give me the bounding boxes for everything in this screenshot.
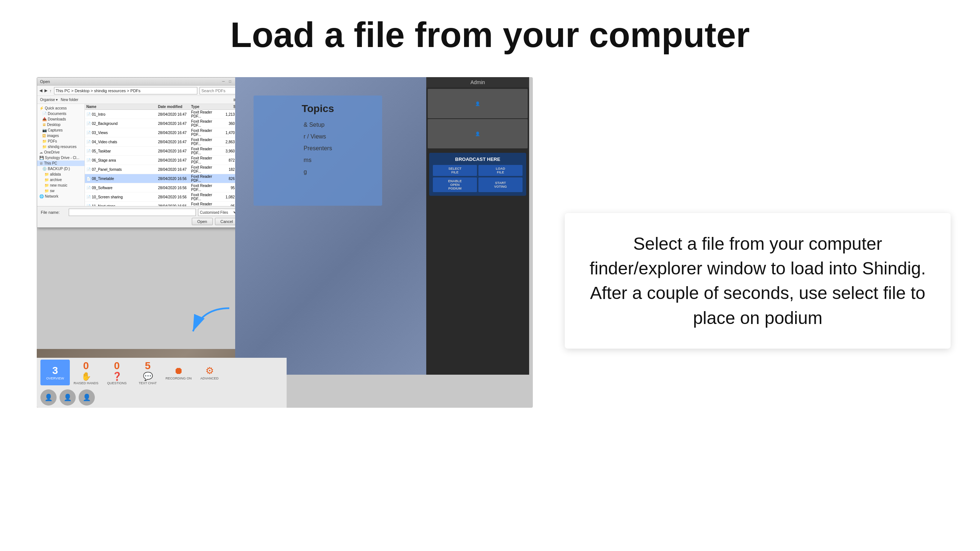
file-icon: 📄 <box>86 122 91 125</box>
sidebar-item-backup[interactable]: 💿BACKUP (D:) <box>37 166 84 171</box>
overview-section: 3 OVERVIEW 0 ✋ RAISED HANDS 0 ❓ QUESTION… <box>37 358 286 408</box>
file-icon: 📄 <box>86 113 91 116</box>
sidebar-item-images[interactable]: 🖼images <box>37 133 84 138</box>
file-row[interactable]: 📄 03_Views 28/04/2020 16:47 Foxit Reader… <box>85 128 242 137</box>
topics-title: Topics <box>302 103 334 114</box>
sidebar-item-synology[interactable]: 💾Synology Drive - Cl... <box>37 155 84 160</box>
sidebar-item-onedrive[interactable]: ☁OneDrive <box>37 149 84 155</box>
explorer-footer: File name: Customised Files Open Cancel <box>37 206 242 227</box>
file-type: Foxit Reader PDF... <box>191 165 221 173</box>
file-name: 03_Views <box>92 131 108 135</box>
file-row[interactable]: 📄 05_Taskbar 28/04/2020 16:47 Foxit Read… <box>85 146 242 156</box>
file-date: 28/04/2020 16:47 <box>158 149 191 153</box>
file-row[interactable]: 📄 06_Stage area 28/04/2020 16:47 Foxit R… <box>85 156 242 165</box>
sidebar-item-downloads[interactable]: 📥Downloads <box>37 116 84 122</box>
file-rows-container: 📄 01_Intro 28/04/2020 16:47 Foxit Reader… <box>85 110 242 214</box>
col-type-header[interactable]: Type <box>191 105 221 109</box>
footer-buttons: Open Cancel <box>41 218 239 225</box>
stat-overview[interactable]: 3 OVERVIEW <box>40 360 70 385</box>
topic-item: g <box>304 166 332 178</box>
file-type: Foxit Reader PDF... <box>191 156 221 164</box>
main-area: Open ─ □ ✕ ◀ ▶ ↑ This PC > Desktop > shi… <box>0 66 980 544</box>
file-type: Foxit Reader PDF... <box>191 129 221 137</box>
sidebar-item-archive[interactable]: 📁archive <box>37 177 84 183</box>
file-row[interactable]: 📄 04_Video chats 28/04/2020 16:47 Foxit … <box>85 137 242 146</box>
file-name: 06_Stage area <box>92 158 116 162</box>
forward-button[interactable]: ▶ <box>45 88 48 93</box>
file-name: 09_Software <box>92 186 113 190</box>
sidebar-item-quick-access[interactable]: ⚡Quick access <box>37 105 84 111</box>
sidebar-item-documents[interactable]: 📄Documents <box>37 111 84 116</box>
start-voting-button[interactable]: STARTVOTING <box>479 178 522 192</box>
gear-icon: ⚙ <box>205 365 214 376</box>
sidebar-item-captures[interactable]: 📷Captures <box>37 127 84 133</box>
load-file-button[interactable]: LOADFILE <box>479 165 522 176</box>
stat-text-chat[interactable]: 5 💬 TEXT CHAT <box>133 360 162 385</box>
filename-input[interactable] <box>69 209 196 216</box>
file-icon: 📄 <box>86 131 91 135</box>
sidebar-item-pdfs[interactable]: 📁PDFs <box>37 138 84 144</box>
file-type: Foxit Reader PDF... <box>191 175 221 183</box>
stats-row: 3 OVERVIEW 0 ✋ RAISED HANDS 0 ❓ QUESTION… <box>37 358 286 387</box>
file-row[interactable]: 📄 07_Panel_formats 28/04/2020 16:47 Foxi… <box>85 165 242 174</box>
file-date: 28/04/2020 16:47 <box>158 167 191 171</box>
stat-questions[interactable]: 0 ❓ QUESTIONS <box>102 360 132 385</box>
questions-icon: ❓ <box>112 372 122 381</box>
file-type-select[interactable]: Customised Files <box>198 209 239 216</box>
sidebar-item-sw[interactable]: 📁sw <box>37 188 84 194</box>
avatar-2: 👤 <box>59 389 76 405</box>
file-row[interactable]: 📄 09_Software 28/04/2020 16:56 Foxit Rea… <box>85 183 242 192</box>
select-file-button[interactable]: SELECTFILE <box>433 165 477 176</box>
address-bar[interactable]: This PC > Desktop > shindig resources > … <box>54 87 198 94</box>
broadcast-box: BROADCAST HERE SELECTFILE LOADFILE ENABL… <box>429 153 526 196</box>
file-row[interactable]: 📄 10_Screen sharing 28/04/2020 16:56 Fox… <box>85 192 242 202</box>
sidebar-item-alldata[interactable]: 📁alldata <box>37 171 84 177</box>
sidebar-item-shindig-resources[interactable]: 📁shindig resources <box>37 144 84 149</box>
arrow-overlay <box>177 301 242 341</box>
file-icon: 📄 <box>86 158 91 162</box>
broadcast-label: BROADCAST HERE <box>433 157 522 162</box>
file-type: Foxit Reader PDF... <box>191 119 221 127</box>
explorer-nav: Organise ▾ New folder ⊞ ▾ <box>37 96 242 104</box>
sidebar-item-desktop[interactable]: 🖥Desktop <box>37 122 84 127</box>
sidebar-tree: ⚡Quick access 📄Documents 📥Downloads 🖥Des… <box>37 104 85 214</box>
organise-button[interactable]: Organise ▾ <box>40 98 58 102</box>
col-date-header[interactable]: Date modified <box>158 105 191 109</box>
topics-box: Topics & Setup r / Views Presenters ms g <box>253 95 382 206</box>
search-input[interactable] <box>199 87 240 94</box>
avatar-1: 👤 <box>40 389 57 405</box>
up-button[interactable]: ↑ <box>49 89 52 93</box>
file-row[interactable]: 📄 02_Background 28/04/2020 16:47 Foxit R… <box>85 119 242 128</box>
file-type: Foxit Reader PDF... <box>191 147 221 155</box>
col-name-header[interactable]: Name <box>86 105 158 109</box>
file-row[interactable]: 📄 08_Timetable 28/04/2020 16:56 Foxit Re… <box>85 174 242 183</box>
new-folder-button[interactable]: New folder <box>60 98 78 102</box>
minimize-button[interactable]: ─ <box>221 79 226 84</box>
file-type: Foxit Reader PDF... <box>191 138 221 146</box>
stat-raised-hands[interactable]: 0 ✋ RAISED HANDS <box>71 360 101 385</box>
file-row[interactable]: 📄 01_Intro 28/04/2020 16:47 Foxit Reader… <box>85 110 242 119</box>
sidebar-item-new-music[interactable]: 📁new music <box>37 183 84 188</box>
file-icon: 📄 <box>86 149 91 153</box>
file-name: 01_Intro <box>92 113 105 116</box>
sidebar-item-network[interactable]: 🌐Network <box>37 194 84 199</box>
video-thumb-2: 👤 <box>428 119 528 148</box>
enable-open-podium-button[interactable]: ENABLEOPENPODIUM <box>433 178 477 192</box>
file-date: 28/04/2020 16:47 <box>158 140 191 144</box>
shindig-window: Topics & Setup r / Views Presenters ms g… <box>235 77 529 375</box>
admin-label: Admin <box>426 77 529 87</box>
sidebar-item-this-pc[interactable]: 🖥This PC <box>37 160 84 166</box>
stat-recording[interactable]: ⏺ RECORDING ON <box>164 360 193 385</box>
back-button[interactable]: ◀ <box>39 88 42 93</box>
topic-item: ms <box>304 154 332 166</box>
stat-advanced[interactable]: ⚙ ADVANCED <box>195 360 224 385</box>
file-type: Foxit Reader PDF... <box>191 110 221 118</box>
avatars-row: 👤 👤 👤 <box>37 387 286 408</box>
video-thumbnails: 👤 👤 <box>426 87 529 150</box>
file-type: Foxit Reader PDF... <box>191 193 221 201</box>
chat-icon: 💬 <box>143 372 153 381</box>
open-button[interactable]: Open <box>192 218 213 225</box>
file-list: Name Date modified Type Size 📄 01_Intro … <box>85 104 242 214</box>
maximize-button[interactable]: □ <box>228 79 232 84</box>
instruction-box: Select a file from your computer finder/… <box>565 213 951 349</box>
